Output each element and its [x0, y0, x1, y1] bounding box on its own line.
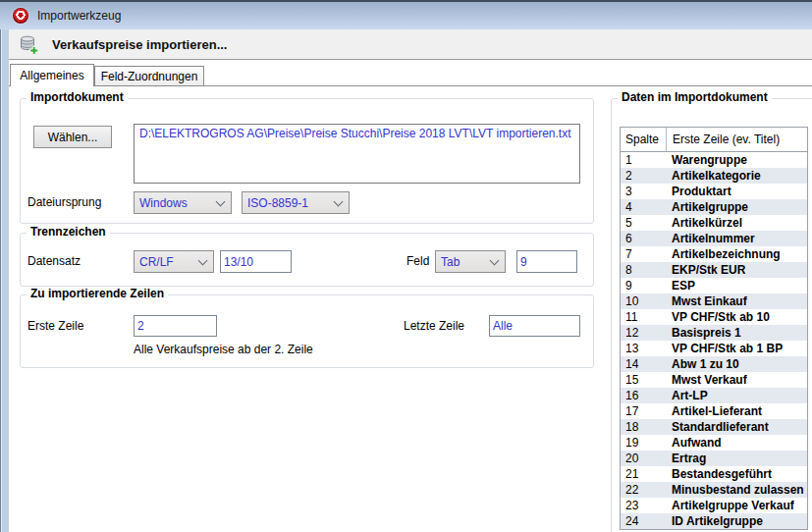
row-column-number: 17: [621, 403, 672, 419]
row-first-line-title: Artikelkategorie: [672, 168, 761, 184]
last-row-label: Letzte Zeile: [404, 319, 464, 333]
table-row[interactable]: 9 ESP: [621, 278, 807, 293]
row-column-number: 24: [621, 513, 672, 529]
preview-table-header: Spalte Erste Zeile (ev. Titel): [621, 128, 807, 152]
chevron-down-icon: [216, 196, 226, 206]
table-row[interactable]: 13 VP CHF/Stk ab 1 BP: [621, 341, 807, 356]
tab-allgemeines[interactable]: Allgemeines: [10, 64, 94, 86]
preview-table: Spalte Erste Zeile (ev. Titel) 1 Warengr…: [620, 127, 808, 530]
row-first-line-title: Artikelgruppe: [672, 199, 748, 215]
row-column-number: 15: [621, 372, 672, 388]
row-first-line-title: Minusbestand zulassen: [672, 482, 804, 498]
file-origin-label: Dateiursprung: [27, 195, 101, 209]
table-row[interactable]: 5 Artikelkürzel: [621, 215, 807, 231]
table-row[interactable]: 7 Artikelbezeichnung: [621, 246, 807, 262]
row-column-number: 10: [621, 293, 672, 309]
group-title-data-preview: Daten im Importdokument: [618, 90, 772, 104]
column-header-spalte: Spalte: [621, 128, 667, 151]
header-toolbar: Verkaufspreise importieren...: [9, 29, 812, 60]
group-title-trennzeichen: Trennzeichen: [27, 225, 110, 239]
row-first-line-title: Artikelgruppe Verkauf: [672, 498, 794, 513]
app-icon: [13, 8, 28, 24]
table-row[interactable]: 21 Bestandesgeführt: [621, 466, 807, 482]
row-column-number: 12: [621, 325, 672, 341]
row-first-line-title: VP CHF/Stk ab 10: [672, 309, 770, 325]
record-separator-value: CR/LF: [139, 255, 174, 269]
file-origin-value: Windows: [139, 196, 188, 210]
table-row[interactable]: 20 Ertrag: [621, 451, 807, 466]
row-column-number: 3: [621, 184, 672, 199]
field-separator-code-input[interactable]: [516, 250, 577, 273]
table-row[interactable]: 6 Artikelnummer: [621, 231, 807, 246]
table-row[interactable]: 22 Minusbestand zulassen: [621, 482, 807, 498]
row-column-number: 23: [621, 498, 672, 513]
chevron-down-icon: [490, 255, 500, 265]
first-row-label: Erste Zeile: [27, 319, 83, 333]
record-separator-label: Datensatz: [27, 254, 81, 268]
table-row[interactable]: 3 Produktart: [621, 184, 807, 199]
title-bar[interactable]: Importwerkzeug: [0, 0, 812, 29]
row-column-number: 8: [621, 262, 672, 278]
field-separator-select[interactable]: Tab: [435, 250, 506, 273]
row-first-line-title: ESP: [672, 278, 695, 293]
tab-page-allgemeines: Importdokument Wählen... D:\ELEKTROGROS …: [9, 86, 812, 532]
table-row[interactable]: 18 Standardlieferant: [621, 419, 807, 435]
table-row[interactable]: 12 Basispreis 1: [621, 325, 807, 341]
database-add-icon: [19, 34, 41, 55]
row-column-number: 18: [621, 419, 672, 435]
table-row[interactable]: 11 VP CHF/Stk ab 10: [621, 309, 807, 325]
row-column-number: 7: [621, 246, 672, 262]
row-column-number: 4: [621, 199, 672, 215]
table-row[interactable]: 14 Abw 1 zu 10: [621, 356, 807, 372]
encoding-select[interactable]: ISO-8859-1: [242, 191, 350, 214]
row-first-line-title: Standardlieferant: [672, 419, 769, 435]
record-separator-code-input[interactable]: [220, 250, 292, 273]
row-column-number: 11: [621, 309, 672, 325]
row-first-line-title: Basispreis 1: [672, 325, 741, 341]
row-column-number: 22: [621, 482, 672, 498]
field-separator-value: Tab: [441, 255, 460, 269]
group-zu-importierende-zeilen: Zu importierende Zeilen Erste Zeile Letz…: [20, 294, 594, 368]
row-column-number: 21: [621, 466, 672, 482]
row-column-number: 5: [621, 215, 672, 231]
row-first-line-title: Mwst Verkauf: [672, 372, 747, 388]
group-trennzeichen: Trennzeichen Datensatz CR/LF Feld Tab: [20, 233, 594, 287]
table-row[interactable]: 24 ID Artikelgruppe: [621, 513, 807, 529]
row-first-line-title: Abw 1 zu 10: [672, 356, 739, 372]
window-frame-left: [0, 29, 9, 532]
row-column-number: 14: [621, 356, 672, 372]
row-column-number: 6: [621, 231, 672, 246]
tab-feld-zuordnungen[interactable]: Feld-Zuordnungen: [94, 66, 204, 86]
row-first-line-title: VP CHF/Stk ab 1 BP: [672, 341, 783, 356]
file-origin-select[interactable]: Windows: [134, 191, 232, 214]
first-row-input[interactable]: [134, 315, 217, 337]
table-row[interactable]: 19 Aufwand: [621, 435, 807, 451]
table-row[interactable]: 23 Artikelgruppe Verkauf: [621, 498, 807, 513]
row-first-line-title: Produktart: [672, 184, 731, 199]
table-row[interactable]: 10 Mwst Einkauf: [621, 293, 807, 309]
table-row[interactable]: 16 Art-LP: [621, 388, 807, 403]
record-separator-select[interactable]: CR/LF: [134, 250, 214, 273]
import-rows-hint: Alle Verkaufspreise ab der 2. Zeile: [134, 343, 313, 356]
row-first-line-title: Art-LP: [672, 388, 708, 403]
row-first-line-title: Bestandesgeführt: [672, 466, 772, 482]
row-first-line-title: Aufwand: [672, 435, 722, 451]
row-column-number: 9: [621, 278, 672, 293]
table-row[interactable]: 15 Mwst Verkauf: [621, 372, 807, 388]
table-row[interactable]: 4 Artikelgruppe: [621, 199, 807, 215]
row-column-number: 2: [621, 168, 672, 184]
row-first-line-title: Artikelkürzel: [672, 215, 742, 231]
row-first-line-title: Mwst Einkauf: [672, 293, 747, 309]
table-row[interactable]: 2 Artikelkategorie: [621, 168, 807, 184]
table-row[interactable]: 1 Warengruppe: [621, 152, 807, 168]
row-column-number: 20: [621, 451, 672, 466]
chevron-down-icon: [334, 196, 344, 206]
preview-table-body: 1 Warengruppe 2 Artikelkategorie 3 Produ…: [621, 152, 807, 529]
table-row[interactable]: 8 EKP/Stk EUR: [621, 262, 807, 278]
field-separator-label: Feld: [406, 254, 429, 268]
last-row-input[interactable]: [489, 315, 580, 337]
group-title-import-rows: Zu importierende Zeilen: [27, 287, 168, 300]
choose-file-button[interactable]: Wählen...: [33, 126, 112, 148]
file-path-box[interactable]: D:\ELEKTROGROS AG\Preise\Preise Stucchi\…: [134, 124, 580, 184]
table-row[interactable]: 17 Artikel-Lieferant: [621, 403, 807, 419]
